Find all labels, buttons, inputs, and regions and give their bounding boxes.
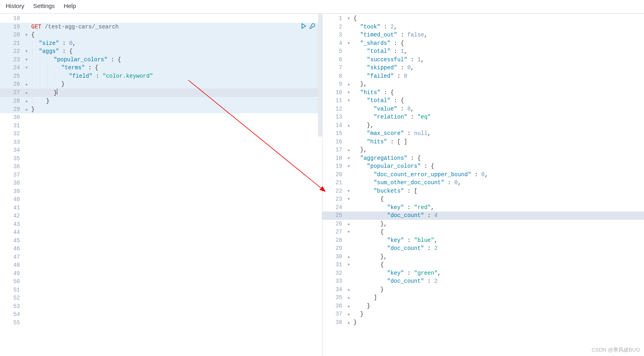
code-line[interactable]: 1▾{ bbox=[322, 14, 644, 23]
code-line[interactable]: 23▾"popular_colors" : { bbox=[0, 56, 322, 64]
code-line[interactable]: 50 bbox=[0, 278, 322, 286]
fold-toggle[interactable]: ▾ bbox=[347, 39, 353, 48]
fold-toggle[interactable]: ▴ bbox=[347, 80, 353, 88]
code-line[interactable]: 31 bbox=[0, 122, 322, 130]
code-line[interactable]: 20 "doc_count_error_upper_bound" : 0, bbox=[322, 171, 644, 179]
code-line[interactable]: 35 bbox=[0, 155, 322, 163]
code-line[interactable]: 3 "timed_out" : false, bbox=[322, 31, 644, 39]
code-line[interactable]: 38 bbox=[0, 179, 322, 187]
code-line[interactable]: 20▾{ bbox=[0, 31, 322, 39]
code-line[interactable]: 11▾ "total" : { bbox=[322, 97, 644, 105]
code-line[interactable]: 26▴} bbox=[0, 80, 322, 88]
code-line[interactable]: 28 "key" : "blue", bbox=[322, 236, 644, 245]
code-line[interactable]: 18 bbox=[0, 14, 322, 23]
fold-toggle[interactable]: ▾ bbox=[347, 261, 353, 269]
request-editor[interactable]: 1819GET /test-agg-cars/_search20▾{21"siz… bbox=[0, 14, 322, 327]
code-line[interactable]: 2 "took" : 2, bbox=[322, 23, 644, 31]
fold-toggle[interactable]: ▴ bbox=[25, 80, 30, 88]
fold-toggle[interactable]: ▾ bbox=[347, 195, 353, 203]
code-line[interactable]: 39 bbox=[0, 187, 322, 196]
code-line[interactable]: 15 "max_score" : null, bbox=[322, 129, 644, 138]
fold-toggle[interactable]: ▴ bbox=[25, 105, 30, 114]
code-line[interactable]: 45 bbox=[0, 237, 322, 245]
code-line[interactable]: 21 "sum_other_doc_count" : 0, bbox=[322, 179, 644, 187]
code-line[interactable]: 21"size" : 0, bbox=[0, 39, 322, 48]
code-line[interactable]: 6 "successful" : 1, bbox=[322, 56, 644, 64]
code-line[interactable]: 37 bbox=[0, 171, 322, 179]
code-line[interactable]: 44 bbox=[0, 228, 322, 237]
fold-toggle[interactable]: ▴ bbox=[347, 146, 353, 154]
fold-toggle[interactable]: ▴ bbox=[347, 310, 353, 318]
menu-settings[interactable]: Settings bbox=[33, 2, 55, 9]
response-editor[interactable]: 1▾{2 "took" : 2,3 "timed_out" : false,4▾… bbox=[322, 14, 644, 326]
code-line[interactable]: 25 "doc_count" : 4 bbox=[322, 211, 644, 220]
code-line[interactable]: 36▴ } bbox=[322, 302, 644, 310]
code-line[interactable]: 34▴ } bbox=[322, 286, 644, 294]
code-line[interactable]: 38▴} bbox=[322, 318, 644, 327]
code-line[interactable]: 54 bbox=[0, 310, 322, 319]
code-line[interactable]: 26▴ }, bbox=[322, 220, 644, 228]
code-line[interactable]: 19▾ "popular_colors" : { bbox=[322, 162, 644, 171]
code-line[interactable]: 34 bbox=[0, 146, 322, 155]
code-line[interactable]: 32 "key" : "green", bbox=[322, 269, 644, 278]
fold-toggle[interactable]: ▴ bbox=[347, 294, 353, 302]
code-line[interactable]: 43 bbox=[0, 220, 322, 229]
fold-toggle[interactable]: ▾ bbox=[347, 97, 353, 105]
fold-toggle[interactable]: ▴ bbox=[347, 286, 353, 294]
code-line[interactable]: 35▴ ] bbox=[322, 294, 644, 302]
fold-toggle[interactable]: ▴ bbox=[347, 253, 353, 261]
scrollbar[interactable] bbox=[318, 14, 322, 137]
fold-toggle[interactable]: ▾ bbox=[25, 56, 30, 64]
code-line[interactable]: 16 "hits" : [ ] bbox=[322, 138, 644, 146]
menu-help[interactable]: Help bbox=[64, 2, 76, 9]
code-line[interactable]: 40 bbox=[0, 195, 322, 204]
code-line[interactable]: 19GET /test-agg-cars/_search bbox=[0, 23, 322, 31]
code-line[interactable]: 8 "failed" : 0 bbox=[322, 72, 644, 80]
code-line[interactable]: 18▾ "aggregations" : { bbox=[322, 154, 644, 163]
code-line[interactable]: 51 bbox=[0, 286, 322, 294]
code-line[interactable]: 29▴} bbox=[0, 105, 322, 114]
play-icon[interactable] bbox=[300, 23, 307, 29]
code-line[interactable]: 37▴ } bbox=[322, 310, 644, 318]
code-line[interactable]: 47 bbox=[0, 253, 322, 261]
code-line[interactable]: 17▴ }, bbox=[322, 146, 644, 154]
code-line[interactable]: 9▴ }, bbox=[322, 80, 644, 88]
code-line[interactable]: 27▴} bbox=[0, 88, 322, 97]
fold-toggle[interactable]: ▾ bbox=[347, 228, 353, 236]
fold-toggle[interactable]: ▴ bbox=[25, 97, 30, 105]
code-line[interactable]: 41 bbox=[0, 204, 322, 212]
code-line[interactable]: 55 bbox=[0, 319, 322, 327]
fold-toggle[interactable]: ▾ bbox=[25, 47, 30, 56]
code-line[interactable]: 27▾ { bbox=[322, 228, 644, 236]
fold-toggle[interactable]: ▾ bbox=[25, 64, 30, 72]
fold-toggle[interactable]: ▴ bbox=[347, 302, 353, 310]
menu-history[interactable]: History bbox=[6, 2, 24, 9]
code-line[interactable]: 5 "total" : 1, bbox=[322, 47, 644, 56]
code-line[interactable]: 22▾"aggs" : { bbox=[0, 47, 322, 56]
fold-toggle[interactable]: ▴ bbox=[347, 121, 353, 130]
code-line[interactable]: 53 bbox=[0, 302, 322, 311]
code-line[interactable]: 23▾ { bbox=[322, 195, 644, 203]
fold-toggle[interactable]: ▾ bbox=[347, 88, 353, 97]
code-line[interactable]: 30▴ }, bbox=[322, 253, 644, 261]
code-line[interactable]: 52 bbox=[0, 294, 322, 302]
code-line[interactable]: 24▾"terms" : { bbox=[0, 64, 322, 72]
fold-toggle[interactable]: ▴ bbox=[347, 318, 353, 327]
code-line[interactable]: 46 bbox=[0, 245, 322, 253]
code-line[interactable]: 22▾ "buckets" : [ bbox=[322, 187, 644, 195]
code-line[interactable]: 49 bbox=[0, 270, 322, 278]
code-line[interactable]: 36 bbox=[0, 163, 322, 171]
code-line[interactable]: 29 "doc_count" : 2 bbox=[322, 244, 644, 253]
fold-toggle[interactable]: ▾ bbox=[25, 31, 30, 39]
code-line[interactable]: 4▾ "_shards" : { bbox=[322, 39, 644, 48]
code-line[interactable]: 32 bbox=[0, 130, 322, 138]
code-line[interactable]: 33 "doc_count" : 2 bbox=[322, 277, 644, 286]
fold-toggle[interactable]: ▴ bbox=[347, 220, 353, 228]
code-line[interactable]: 42 bbox=[0, 212, 322, 220]
code-line[interactable]: 24 "key" : "red", bbox=[322, 203, 644, 212]
wrench-icon[interactable] bbox=[309, 23, 316, 29]
fold-toggle[interactable]: ▾ bbox=[347, 187, 353, 195]
fold-toggle[interactable]: ▴ bbox=[25, 88, 30, 97]
code-line[interactable]: 25"field" : "color.keyword" bbox=[0, 72, 322, 80]
code-line[interactable]: 12 "value" : 8, bbox=[322, 105, 644, 113]
